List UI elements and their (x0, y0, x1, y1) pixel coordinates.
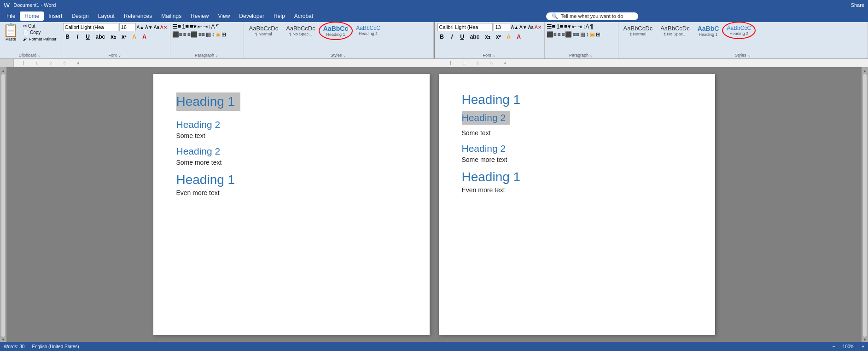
style-no-spacing[interactable]: AaBbCcDc ¶ No Spac... (283, 23, 319, 38)
change-case-button-right[interactable]: Aa (528, 25, 534, 30)
font-name-input-right[interactable] (437, 23, 493, 31)
clear-format-button-right[interactable]: A✕ (535, 25, 542, 30)
italic-button-right[interactable]: I (448, 33, 457, 41)
menu-acrobat[interactable]: Acrobat (290, 12, 318, 21)
column-button-right[interactable]: ▦ (580, 31, 585, 38)
menu-bar: File Home Insert Design Layout Reference… (0, 10, 868, 22)
left-text-a: Some text (176, 132, 407, 139)
menu-references[interactable]: References (119, 12, 157, 21)
style-heading2-right[interactable]: AaBbCcC Heading 2 (723, 23, 754, 38)
clear-format-button[interactable]: A✕ (160, 25, 167, 30)
line-spacing-button-right[interactable]: ↕ (586, 31, 589, 38)
decrease-font-button-right[interactable]: A▼ (519, 25, 527, 30)
multilevel-list-button-right[interactable]: ≡▾ (564, 23, 571, 30)
bullets-button[interactable]: ☰≡ (172, 23, 181, 30)
line-spacing-button[interactable]: ↕ (212, 31, 215, 38)
align-right-button[interactable]: ≡⬛ (187, 31, 198, 38)
copy-button[interactable]: 📄Copy (22, 29, 58, 35)
menu-design[interactable]: Design (67, 12, 93, 21)
decrease-indent-button[interactable]: ⇤ (198, 23, 202, 30)
align-left-button[interactable]: ⬛≡ (172, 31, 182, 38)
text-highlight-button-right[interactable]: A (504, 33, 513, 41)
increase-font-button-right[interactable]: A▲ (511, 25, 519, 30)
text-highlight-button[interactable]: A (130, 33, 139, 41)
style-heading2[interactable]: AaBbCcC Heading 2 (353, 23, 384, 38)
font-name-input[interactable] (63, 23, 118, 31)
superscript-button[interactable]: x² (119, 33, 129, 41)
search-field[interactable]: Tell me what you want to do (561, 13, 623, 19)
menu-help[interactable]: Help (269, 12, 290, 21)
scroll-up-icon[interactable]: ▲ (1, 69, 5, 73)
style-nospace-label-right: ¶ No Spac... (664, 32, 686, 36)
left-heading1-b: Heading 1 (176, 173, 407, 187)
subscript-button-right[interactable]: x₂ (483, 33, 493, 41)
menu-layout[interactable]: Layout (93, 12, 119, 21)
bullets-button-right[interactable]: ☰≡ (547, 23, 556, 30)
scroll-down-icon[interactable]: ▼ (1, 338, 5, 342)
change-case-button[interactable]: Aa (154, 25, 159, 30)
increase-indent-button[interactable]: ⇥ (203, 23, 208, 30)
underline-button-right[interactable]: U (458, 33, 467, 41)
strikethrough-button-right[interactable]: abc (468, 33, 482, 41)
right-heading2-b: Heading 2 (462, 143, 692, 154)
left-page: Heading 1 Heading 2 Some text Heading 2 … (153, 74, 430, 335)
menu-home[interactable]: Home (20, 12, 44, 21)
bold-button-right[interactable]: B (437, 33, 447, 41)
justify-button[interactable]: ≡≡ (198, 31, 205, 38)
show-formatting-button-right[interactable]: ¶ (590, 23, 593, 30)
strikethrough-button[interactable]: abc (93, 33, 108, 41)
style-no-spacing-right[interactable]: AaBbCcDc ¶ No Spac... (657, 23, 693, 38)
style-heading1-right[interactable]: AaBbC Heading 1 (694, 23, 722, 39)
bold-button[interactable]: B (63, 33, 72, 41)
shading-button[interactable]: ▣ (216, 31, 221, 38)
menu-file[interactable]: File (2, 12, 20, 21)
menu-mailings[interactable]: Mailings (157, 12, 186, 21)
menu-insert[interactable]: Insert (44, 12, 67, 21)
font-color-button[interactable]: A (140, 33, 149, 41)
increase-indent-button-right[interactable]: ⇥ (577, 23, 582, 30)
right-page: Heading 1 Heading 2 Some text Heading 2 … (439, 74, 715, 335)
show-formatting-button[interactable]: ¶ (216, 23, 219, 30)
increase-font-button[interactable]: A▲ (137, 25, 145, 30)
scroll-down-right-icon[interactable]: ▼ (863, 338, 867, 342)
zoom-out-button[interactable]: − (833, 344, 835, 349)
paste-button[interactable]: 📋 Paste (2, 23, 20, 42)
underline-button[interactable]: U (83, 33, 93, 41)
style-heading1[interactable]: AaBbCc Heading 1 (320, 23, 351, 39)
font-size-input-right[interactable] (494, 23, 510, 31)
font-color-button-right[interactable]: A (514, 33, 524, 41)
sort-button-right[interactable]: ↕A (583, 23, 589, 30)
menu-view[interactable]: View (214, 12, 235, 21)
style-h2-preview: AaBbCcC (356, 25, 380, 31)
borders-button-right[interactable]: ⊞ (596, 31, 600, 38)
style-normal-right[interactable]: AaBbCcDc ¶ Normal (620, 23, 656, 38)
column-button[interactable]: ▦ (206, 31, 211, 38)
subscript-button[interactable]: x₂ (108, 33, 118, 41)
style-h1-preview: AaBbCc (323, 25, 348, 32)
cut-button[interactable]: ✂Cut (22, 23, 58, 29)
align-center-button[interactable]: ≡ (183, 31, 186, 38)
superscript-button-right[interactable]: x² (494, 33, 503, 41)
decrease-font-button[interactable]: A▼ (145, 25, 153, 30)
menu-review[interactable]: Review (186, 12, 213, 21)
menu-developer[interactable]: Developer (234, 12, 269, 21)
numbering-button[interactable]: 1≡ (182, 23, 189, 30)
share-button[interactable]: Share (851, 2, 864, 8)
format-painter-button[interactable]: 🖌Format Painter (22, 36, 58, 42)
multilevel-list-button[interactable]: ≡▾ (190, 23, 197, 30)
sort-button[interactable]: ↕A (209, 23, 215, 30)
align-left-button-right[interactable]: ⬛≡ (547, 31, 557, 38)
italic-button[interactable]: I (73, 33, 82, 41)
align-right-button-right[interactable]: ≡⬛ (562, 31, 572, 38)
numbering-button-right[interactable]: 1≡ (556, 23, 563, 30)
borders-button[interactable]: ⊞ (221, 31, 226, 38)
justify-button-right[interactable]: ≡≡ (573, 31, 579, 38)
align-center-button-right[interactable]: ≡ (558, 31, 561, 38)
scroll-up-right-icon[interactable]: ▲ (863, 69, 867, 73)
zoom-in-button[interactable]: + (862, 344, 864, 349)
font-size-input[interactable] (119, 23, 136, 31)
shading-button-right[interactable]: ▣ (590, 31, 595, 38)
style-nospace-preview-right: AaBbCcDc (660, 25, 690, 32)
style-normal[interactable]: AaBbCcDc ¶ Normal (246, 23, 282, 38)
decrease-indent-button-right[interactable]: ⇤ (572, 23, 577, 30)
